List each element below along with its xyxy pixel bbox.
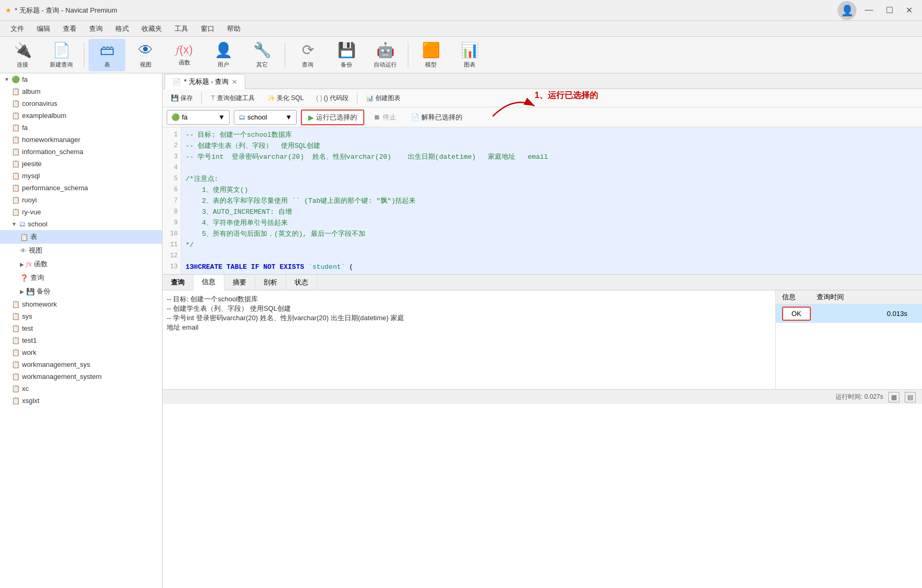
result-row: OK 0.013s: [776, 304, 922, 323]
sidebar-item-xsglxt[interactable]: 📋 xsglxt: [0, 395, 162, 407]
sidebar-item-information-schema[interactable]: 📋 information_schema: [0, 146, 162, 158]
menu-favorites[interactable]: 收藏夹: [136, 23, 167, 35]
maximize-button[interactable]: ☐: [882, 3, 897, 17]
tab-close-icon[interactable]: ✕: [232, 78, 237, 86]
sidebar-item-mysql[interactable]: 📋 mysql: [0, 170, 162, 182]
layout-icon-2[interactable]: ▤: [905, 392, 916, 402]
sidebar-item-xc[interactable]: 📋 xc: [0, 383, 162, 395]
information-schema-icon: 📋: [12, 148, 20, 156]
toolbar-view[interactable]: 👁 视图: [127, 39, 164, 71]
homeworkmanager-label: homeworkmanager: [22, 136, 80, 144]
sidebar-item-examplealbum[interactable]: 📋 examplealbum: [0, 110, 162, 122]
code-snippet-button[interactable]: ( ) () 代码段: [312, 92, 353, 104]
sidebar-item-school-group[interactable]: ▼ 🗂 school: [0, 218, 162, 230]
sidebar-item-backup[interactable]: ▶ 💾 备份: [0, 285, 162, 298]
bottom-tab-profile[interactable]: 剖析: [255, 275, 286, 290]
bottom-tab-status[interactable]: 状态: [286, 275, 317, 290]
sidebar-item-work[interactable]: 📋 work: [0, 346, 162, 358]
create-chart-button[interactable]: 📊 创建图表: [362, 92, 405, 104]
menu-window[interactable]: 窗口: [196, 23, 220, 35]
sidebar-item-function[interactable]: ▶ 𝑓x 函数: [0, 257, 162, 271]
chart-icon: 📊: [461, 41, 479, 59]
toolbar-autorun[interactable]: 🤖 自动运行: [367, 39, 404, 71]
sidebar-item-query[interactable]: ❓ 查询: [0, 271, 162, 285]
toolbar-query[interactable]: ⟳ 查询: [289, 39, 326, 71]
layout-icon-1[interactable]: ▦: [888, 392, 899, 402]
menu-file[interactable]: 文件: [5, 23, 29, 35]
toolbar-table[interactable]: 🗃 表: [89, 39, 125, 71]
beautify-button[interactable]: ✨ 美化 SQL: [263, 92, 308, 104]
ruoyi-icon: 📋: [12, 196, 20, 204]
menu-query[interactable]: 查询: [84, 23, 108, 35]
toolbar-other[interactable]: 🔧 其它: [244, 39, 280, 71]
sidebar-item-test1[interactable]: 📋 test1: [0, 334, 162, 346]
run-selected-button[interactable]: ▶ 运行已选择的: [301, 110, 364, 125]
toolbar-model[interactable]: 🟧 模型: [413, 39, 449, 71]
window-controls[interactable]: — ☐ ✕: [861, 3, 917, 17]
sidebar-item-sys[interactable]: 📋 sys: [0, 310, 162, 322]
explain-button[interactable]: 📄 解释已选择的: [406, 111, 468, 124]
other-label: 其它: [256, 61, 268, 69]
sidebar-item-homeworkmanager[interactable]: 📋 homeworkmanager: [0, 134, 162, 146]
sidebar-item-fa-group[interactable]: ▼ 🟢 fa: [0, 73, 162, 85]
menu-edit[interactable]: 编辑: [31, 23, 56, 35]
toolbar-function[interactable]: 𝑓(x) 函数: [166, 39, 203, 71]
workmanagement-sys-label: workmanagement_sys: [22, 361, 90, 368]
db-selector-1[interactable]: 🟢 fa ▼: [167, 110, 230, 125]
save-button[interactable]: 💾 保存: [167, 92, 197, 104]
menu-tools[interactable]: 工具: [169, 23, 193, 35]
toolbar-separator-1: [84, 42, 84, 68]
sidebar-item-table[interactable]: 📋 表: [0, 230, 162, 244]
toolbar-chart[interactable]: 📊 图表: [451, 39, 488, 71]
sidebar-item-jeesite[interactable]: 📋 jeesite: [0, 158, 162, 170]
menu-help[interactable]: 帮助: [222, 23, 246, 35]
code-line-6: 1、使用英文(): [186, 184, 918, 195]
toolbar-new-query[interactable]: 📄 新建查询: [43, 39, 80, 71]
shomework-label: shomework: [22, 300, 57, 308]
sidebar-item-workmanagement-sys[interactable]: 📋 workmanagement_sys: [0, 358, 162, 371]
sidebar-item-performance-schema[interactable]: 📋 performance_schema: [0, 182, 162, 194]
bottom-tab-info[interactable]: 信息: [193, 275, 224, 290]
sidebar-item-shomework[interactable]: 📋 shomework: [0, 298, 162, 310]
code-editor[interactable]: 12345 678910 1112131415 1617181920 21222…: [162, 127, 922, 274]
mysql-icon: 📋: [12, 172, 20, 180]
sidebar-item-test[interactable]: 📋 test: [0, 322, 162, 334]
sidebar-item-workmanagement-system[interactable]: 📋 workmanagement_system: [0, 371, 162, 383]
toolbar-backup[interactable]: 💾 备份: [328, 39, 365, 71]
time-value: 0.013s: [887, 310, 907, 318]
code-line-7: 2、表的名字和字段尽量使用 `` (Tab键上面的那个键: "飘")括起来: [186, 195, 918, 206]
bottom-tab-summary[interactable]: 摘要: [224, 275, 255, 290]
view-label: 视图: [140, 61, 151, 69]
table-icon: 🗃: [100, 41, 114, 59]
toolbar-user[interactable]: 👤 用户: [205, 39, 242, 71]
ruoyi-label: ruoyi: [22, 196, 37, 204]
sidebar-item-view[interactable]: 👁 视图: [0, 244, 162, 257]
sidebar-item-fa[interactable]: 📋 fa: [0, 122, 162, 134]
query-build-button[interactable]: ⊤ 查询创建工具: [206, 92, 259, 104]
create-chart-label: 创建图表: [375, 94, 400, 103]
code-line-2: -- 创建学生表（列、字段） 使用SQL创建: [186, 140, 918, 151]
bottom-tab-query[interactable]: 查询: [162, 275, 193, 290]
expand-arrow-fa: ▼: [4, 77, 9, 82]
toolbar-connect[interactable]: 🔌 连接: [4, 39, 41, 71]
menu-view[interactable]: 查看: [58, 23, 82, 35]
db-selector-2[interactable]: 🗂 school ▼: [234, 110, 297, 125]
main-toolbar: 🔌 连接 📄 新建查询 🗃 表 👁 视图 𝑓(x) 函数 👤 用户 🔧 其它 ⟳…: [0, 37, 922, 73]
close-button[interactable]: ✕: [902, 3, 917, 17]
result-query-text-3: -- 学号int 登录密码varchar(20) 姓名、性别varchar(20…: [167, 313, 771, 332]
sidebar-item-ry-vue[interactable]: 📋 ry-vue: [0, 206, 162, 218]
build-label: 查询创建工具: [217, 94, 255, 103]
sidebar-item-coronavirus[interactable]: 📋 coronavirus: [0, 97, 162, 110]
menu-format[interactable]: 格式: [110, 23, 134, 35]
sidebar-item-album[interactable]: 📋 album: [0, 85, 162, 97]
tab-query[interactable]: 📄 * 无标题 - 查询 ✕: [165, 74, 245, 89]
run-toolbar: 🟢 fa ▼ 🗂 school ▼ ▶ 运行已选择的 ⏹ 停止 📄 解释已选择的: [162, 107, 922, 127]
view-icon: 👁: [138, 41, 153, 59]
connect-label: 连接: [17, 61, 28, 69]
work-icon: 📋: [12, 349, 20, 356]
minimize-button[interactable]: —: [861, 3, 877, 17]
stop-button[interactable]: ⏹ 停止: [368, 111, 402, 124]
chart-label: 图表: [464, 61, 475, 69]
sidebar-item-ruoyi[interactable]: 📋 ruoyi: [0, 194, 162, 206]
code-content[interactable]: -- 目标: 创建一个school数据库 -- 创建学生表（列、字段） 使用SQ…: [181, 127, 922, 274]
